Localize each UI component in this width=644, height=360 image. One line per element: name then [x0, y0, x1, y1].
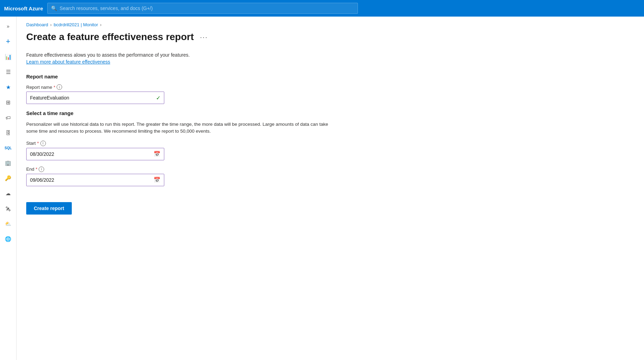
add-icon: +	[6, 37, 10, 46]
sidebar-item-grid[interactable]: ⊞	[1, 95, 15, 109]
list-icon: ☰	[6, 69, 11, 75]
main-content: Dashboard › bcdrdrill2021 | Monitor › Cr…	[17, 17, 644, 360]
page-description: Feature effectiveness alows you to asses…	[26, 52, 634, 58]
start-label: Start	[26, 141, 36, 146]
create-report-button[interactable]: Create report	[26, 202, 72, 215]
end-date-input[interactable]	[30, 177, 152, 183]
database-icon: 🗄	[6, 130, 11, 136]
report-name-section-title: Report name	[26, 74, 634, 79]
report-name-info-icon[interactable]: i	[57, 84, 62, 90]
breadcrumb-sep-2: ›	[100, 22, 101, 27]
start-date-field-group: Start * i 📅	[26, 141, 634, 160]
page-title: Create a feature effectiveness report	[26, 31, 194, 42]
breadcrumb-sep-1: ›	[50, 22, 52, 27]
report-name-input-container: ✓	[26, 92, 164, 104]
breadcrumb: Dashboard › bcdrdrill2021 | Monitor ›	[26, 22, 634, 27]
end-calendar-icon[interactable]: 📅	[154, 177, 160, 183]
start-label-row: Start * i	[26, 141, 634, 146]
sidebar-item-favorites[interactable]: ★	[1, 80, 15, 94]
end-label-row: End * i	[26, 167, 634, 172]
key-icon: 🔑	[5, 175, 11, 181]
sidebar-item-database[interactable]: 🗄	[1, 126, 15, 140]
report-name-checkmark: ✓	[156, 95, 160, 101]
time-range-description: Personalizer will use historical data to…	[26, 121, 337, 135]
sidebar-item-key[interactable]: 🔑	[1, 171, 15, 185]
page-title-row: Create a feature effectiveness report ··…	[26, 31, 634, 42]
report-name-label: Report name	[26, 85, 52, 90]
report-name-input[interactable]	[30, 95, 154, 101]
satellite-icon: 🛰	[6, 206, 11, 212]
sql-icon: SQL	[4, 146, 12, 150]
sidebar-item-cloud1[interactable]: ☁	[1, 187, 15, 200]
start-date-input-container: 📅	[26, 148, 164, 160]
brand-name: Microsoft Azure	[4, 6, 43, 11]
sidebar-item-cloud2[interactable]: ⛅	[1, 217, 15, 231]
search-input[interactable]	[60, 6, 354, 11]
sidebar-item-cloud3[interactable]: 🌐	[1, 232, 15, 246]
sidebar-item-list[interactable]: ☰	[1, 65, 15, 79]
report-name-required: *	[53, 85, 55, 90]
start-required: *	[37, 141, 39, 146]
report-name-field-group: Report name * i ✓	[26, 84, 634, 104]
learn-more-link[interactable]: Learn more about feature effectiveness	[26, 59, 110, 65]
time-range-section-title: Select a time range	[26, 110, 634, 116]
end-date-field-group: End * i 📅	[26, 167, 634, 186]
grid-icon: ⊞	[6, 99, 10, 106]
sidebar-item-satellite[interactable]: 🛰	[1, 202, 15, 216]
sidebar-item-sql[interactable]: SQL	[1, 141, 15, 155]
sidebar: » + 📊 ☰ ★ ⊞ 🏷 🗄 SQL 🏢 🔑	[0, 17, 17, 360]
start-date-input[interactable]	[30, 151, 152, 157]
sidebar-item-collapse[interactable]: »	[1, 19, 15, 33]
breadcrumb-dashboard[interactable]: Dashboard	[26, 22, 48, 27]
end-required: *	[36, 167, 37, 172]
cloud2-icon: ⛅	[5, 221, 11, 227]
end-info-icon[interactable]: i	[39, 167, 44, 172]
more-menu-button[interactable]: ···	[198, 32, 210, 42]
favorites-icon: ★	[6, 84, 11, 91]
start-info-icon[interactable]: i	[40, 141, 46, 146]
building-icon: 🏢	[5, 160, 11, 166]
sidebar-item-tag[interactable]: 🏷	[1, 111, 15, 124]
sidebar-item-chart[interactable]: 📊	[1, 50, 15, 64]
collapse-icon: »	[7, 23, 10, 29]
cloud1-icon: ☁	[6, 190, 11, 197]
start-calendar-icon[interactable]: 📅	[154, 151, 160, 157]
topbar: Microsoft Azure 🔍	[0, 0, 644, 17]
end-date-input-container: 📅	[26, 174, 164, 186]
cloud3-icon: 🌐	[5, 236, 11, 242]
end-label: End	[26, 167, 34, 172]
search-box[interactable]: 🔍	[47, 3, 358, 14]
layout: » + 📊 ☰ ★ ⊞ 🏷 🗄 SQL 🏢 🔑	[0, 17, 644, 360]
breadcrumb-monitor[interactable]: bcdrdrill2021 | Monitor	[54, 22, 98, 27]
sidebar-item-add[interactable]: +	[1, 35, 15, 48]
sidebar-item-building[interactable]: 🏢	[1, 156, 15, 170]
chart-icon: 📊	[5, 54, 12, 60]
report-name-label-row: Report name * i	[26, 84, 634, 90]
tag-icon: 🏷	[6, 115, 11, 121]
search-icon: 🔍	[51, 6, 57, 11]
